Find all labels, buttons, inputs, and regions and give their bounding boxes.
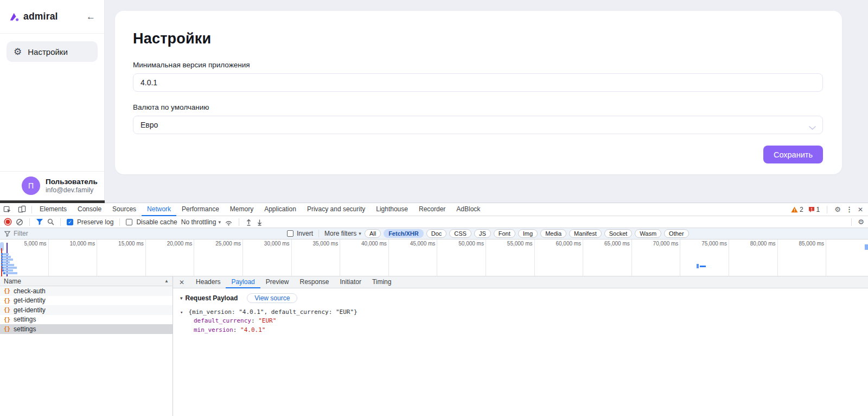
sidebar-collapse-button[interactable]: ←: [86, 12, 95, 21]
network-filter-bar: Invert More filters ▾ AllFetch/XHRDocCSS…: [0, 228, 868, 239]
details-tab-initiator[interactable]: Initiator: [335, 276, 367, 288]
timeline-tick-label: 85,000 ms: [778, 239, 827, 276]
min-version-label: Минимальная версия приложения: [133, 61, 823, 69]
disable-cache-label[interactable]: Disable cache: [136, 218, 177, 226]
devtools-tab-application[interactable]: Application: [259, 203, 302, 216]
devtools-tab-adblock[interactable]: AdBlock: [451, 203, 486, 216]
min-version-input[interactable]: [133, 73, 823, 92]
devtools-tab-console[interactable]: Console: [72, 203, 107, 216]
request-name: settings: [14, 325, 36, 333]
sort-asc-icon: ▲: [164, 279, 169, 283]
sidebar-item-settings[interactable]: ⚙ Настройки: [7, 41, 98, 62]
request-payload-title[interactable]: Request Payload: [186, 294, 238, 302]
currency-label: Валюта по умолчанию: [133, 103, 823, 111]
network-toolbar: ✓ Preserve log Disable cache No throttli…: [0, 216, 868, 228]
network-settings-gear-icon[interactable]: ⚙: [858, 218, 864, 225]
request-row-settings-4[interactable]: {}settings: [0, 324, 173, 334]
timeline-tick-label: 25,000 ms: [194, 239, 243, 276]
devtools-tab-network[interactable]: Network: [142, 203, 176, 216]
import-har-icon[interactable]: [245, 218, 252, 226]
devtools-tab-elements[interactable]: Elements: [34, 203, 72, 216]
payload-entry-default-currency: default_currency: "EUR": [180, 317, 868, 325]
currency-select[interactable]: Евро: [133, 116, 823, 134]
details-tab-response[interactable]: Response: [294, 276, 334, 288]
caret-down-icon[interactable]: ▾: [180, 310, 183, 315]
clear-network-log-icon[interactable]: [16, 218, 23, 226]
filter-pill-manifest[interactable]: Manifest: [569, 229, 602, 238]
timeline-tick-label: 45,000 ms: [389, 239, 438, 276]
details-tab-timing[interactable]: Timing: [367, 276, 397, 288]
filter-input[interactable]: [14, 230, 284, 237]
close-details-icon[interactable]: ✕: [173, 279, 190, 286]
divider: [60, 218, 61, 226]
filter-pill-media[interactable]: Media: [540, 229, 566, 238]
sidebar-header: admiral ←: [0, 0, 104, 34]
filter-pill-doc[interactable]: Doc: [426, 229, 447, 238]
issues-badge[interactable]: 1: [808, 206, 820, 213]
filter-toggle-icon[interactable]: [36, 218, 43, 225]
devtools-tab-performance[interactable]: Performance: [176, 203, 225, 216]
throttling-dropdown[interactable]: No throttling ▾: [181, 218, 221, 226]
request-name: settings: [14, 316, 36, 323]
invert-checkbox[interactable]: [287, 230, 293, 237]
devtools-tab-sources[interactable]: Sources: [107, 203, 142, 216]
request-list-header[interactable]: Name ▲: [0, 276, 173, 286]
devtools-tab-recorder[interactable]: Recorder: [413, 203, 451, 216]
user-profile[interactable]: П Пользователь info@dev.family: [0, 171, 104, 200]
filter-pill-wasm[interactable]: Wasm: [635, 229, 661, 238]
request-list-panel: Name ▲ {}check-auth{}get-identity{}get-i…: [0, 276, 173, 416]
record-network-log-icon[interactable]: [5, 219, 11, 225]
network-conditions-icon[interactable]: [225, 218, 233, 226]
devtools-tab-lighthouse[interactable]: Lighthouse: [371, 203, 413, 216]
save-button[interactable]: Сохранить: [763, 146, 823, 163]
filter-pill-js[interactable]: JS: [474, 229, 491, 238]
filter-pill-fetch-xhr[interactable]: Fetch/XHR: [384, 229, 424, 238]
filter-pill-all[interactable]: All: [365, 229, 381, 238]
inspect-element-icon[interactable]: [0, 205, 15, 213]
network-overview-timeline[interactable]: 5,000 ms10,000 ms15,000 ms20,000 ms25,00…: [0, 239, 868, 276]
timeline-tick-label: 35,000 ms: [292, 239, 341, 276]
currency-field: Валюта по умолчанию Евро: [133, 103, 823, 134]
warnings-badge[interactable]: 2: [791, 206, 803, 213]
app-window: admiral ← ⚙ Настройки П Пользователь inf…: [0, 0, 868, 203]
more-filters-dropdown[interactable]: More filters ▾: [324, 230, 361, 237]
view-source-button[interactable]: View source: [247, 293, 297, 303]
search-icon[interactable]: [47, 218, 54, 225]
gear-icon: ⚙: [14, 47, 22, 56]
disable-cache-checkbox[interactable]: [126, 219, 132, 225]
filter-pill-img[interactable]: Img: [518, 229, 538, 238]
devtools-settings-gear-icon[interactable]: ⚙: [834, 206, 841, 213]
request-row-get-identity-1[interactable]: {}get-identity: [0, 296, 173, 306]
filter-pill-font[interactable]: Font: [494, 229, 515, 238]
devtools-close-icon[interactable]: ✕: [858, 206, 863, 213]
details-tab-preview[interactable]: Preview: [260, 276, 295, 288]
devtools-tabs: ElementsConsoleSourcesNetworkPerformance…: [34, 203, 486, 216]
devtools-tab-memory[interactable]: Memory: [225, 203, 259, 216]
warning-icon: [791, 206, 798, 213]
fetch-xhr-icon: {}: [4, 326, 10, 332]
fetch-xhr-icon: {}: [4, 288, 10, 294]
filter-pill-other[interactable]: Other: [664, 229, 689, 238]
main-content: Настройки Минимальная версия приложения …: [105, 0, 868, 203]
request-row-settings-3[interactable]: {}settings: [0, 315, 173, 325]
chevron-down-icon: ▾: [359, 231, 361, 236]
preserve-log-label[interactable]: Preserve log: [77, 218, 113, 226]
request-row-get-identity-2[interactable]: {}get-identity: [0, 305, 173, 315]
kebab-menu-icon[interactable]: ⋮: [846, 206, 853, 213]
payload-colon: :: [233, 326, 240, 333]
request-row-check-auth-0[interactable]: {}check-auth: [0, 286, 173, 296]
preserve-log-checkbox[interactable]: ✓: [67, 219, 73, 225]
caret-down-icon[interactable]: ▾: [180, 295, 183, 301]
details-tab-payload[interactable]: Payload: [226, 276, 260, 288]
invert-label[interactable]: Invert: [297, 230, 313, 237]
devtools-tab-privacy-and-security[interactable]: Privacy and security: [302, 203, 371, 216]
timeline-tick-label: 15,000 ms: [97, 239, 146, 276]
filter-pill-socket[interactable]: Socket: [604, 229, 633, 238]
device-toolbar-icon[interactable]: [15, 205, 29, 213]
details-tab-headers[interactable]: Headers: [190, 276, 226, 288]
filter-pill-css[interactable]: CSS: [449, 229, 471, 238]
details-tabs: HeadersPayloadPreviewResponseInitiatorTi…: [190, 276, 397, 288]
filter-pills: AllFetch/XHRDocCSSJSFontImgMediaManifest…: [365, 229, 689, 238]
export-har-icon[interactable]: [256, 218, 263, 226]
timeline-tick-label: 75,000 ms: [680, 239, 729, 276]
